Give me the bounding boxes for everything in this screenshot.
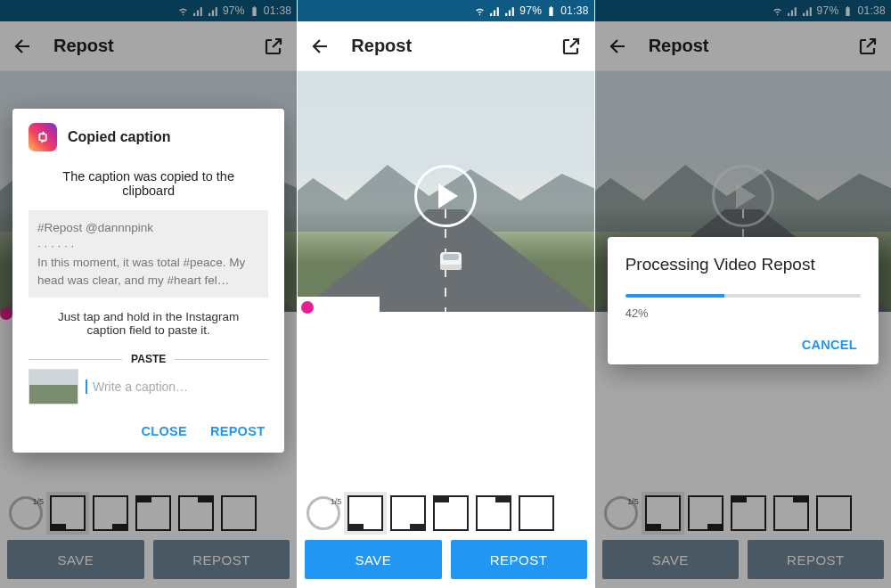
dialog-repost-button[interactable]: REPOST bbox=[210, 424, 265, 438]
watermark-opt-none[interactable] bbox=[519, 495, 554, 531]
dialog-message: The caption was copied to the clipboard bbox=[41, 169, 256, 198]
progress-percent: 42% bbox=[625, 306, 861, 320]
save-button[interactable]: SAVE bbox=[305, 540, 441, 579]
copied-caption-preview: #Repost @dannnpink · · · · · · In this m… bbox=[29, 210, 268, 298]
dialog-title: Processing Video Repost bbox=[625, 255, 861, 274]
cancel-button[interactable]: CANCEL bbox=[802, 338, 857, 352]
battery-percent: 97% bbox=[817, 4, 839, 17]
app-bar: Repost bbox=[298, 21, 593, 71]
page-title: Repost bbox=[53, 36, 243, 56]
close-button[interactable]: CLOSE bbox=[141, 424, 186, 438]
repost-button[interactable]: REPOST bbox=[153, 540, 290, 579]
back-icon[interactable] bbox=[12, 36, 34, 57]
signal-icon bbox=[208, 5, 219, 17]
status-bar: 97% 01:38 bbox=[595, 0, 891, 21]
repost-button[interactable]: REPOST bbox=[451, 540, 587, 579]
watermark-opt-br[interactable] bbox=[390, 495, 426, 531]
clock: 01:38 bbox=[264, 4, 292, 17]
signal-icon bbox=[489, 5, 501, 17]
app-bar: Repost bbox=[595, 21, 891, 71]
caption-thumb bbox=[29, 369, 78, 404]
paste-divider: PASTE bbox=[29, 353, 268, 365]
caption-input[interactable]: Write a caption… bbox=[86, 380, 188, 394]
bottom-toolbar: 1/5 SAVE REPOST bbox=[298, 485, 593, 588]
page-title: Repost bbox=[351, 36, 540, 56]
battery-icon bbox=[545, 5, 557, 17]
watermark-opt-br[interactable] bbox=[688, 495, 723, 531]
paste-hint: Just tap and hold in the Instagram capti… bbox=[45, 310, 252, 337]
watermark-badge bbox=[298, 297, 380, 318]
play-icon bbox=[712, 165, 774, 227]
status-bar: 97% 01:38 bbox=[298, 0, 593, 21]
copied-caption-dialog: Copied caption The caption was copied to… bbox=[12, 109, 284, 453]
processing-dialog: Processing Video Repost 42% CANCEL bbox=[608, 237, 879, 364]
back-icon[interactable] bbox=[310, 36, 331, 57]
open-external-icon[interactable] bbox=[560, 36, 582, 57]
battery-icon bbox=[249, 5, 260, 17]
watermark-opt-bl[interactable] bbox=[645, 495, 681, 531]
signal-icon bbox=[787, 5, 798, 17]
watermark-opt-bl[interactable] bbox=[50, 495, 86, 531]
wifi-icon bbox=[177, 5, 189, 17]
watermark-opt-tl[interactable] bbox=[135, 495, 171, 531]
pager-circle[interactable]: 1/5 bbox=[604, 496, 638, 530]
page-title: Repost bbox=[649, 36, 838, 56]
car bbox=[440, 252, 462, 270]
progress-bar bbox=[625, 294, 861, 298]
screen-processing: 97% 01:38 Repost 1/5 SAVE REPOST Process… bbox=[594, 0, 891, 588]
watermark-opt-tr[interactable] bbox=[773, 495, 809, 531]
repost-button[interactable]: REPOST bbox=[748, 540, 884, 579]
watermark-dot bbox=[0, 307, 12, 320]
app-bar: Repost bbox=[0, 21, 297, 71]
screen-repost-editor: 97% 01:38 Repost 1/5 SAVE REPOST bbox=[297, 0, 593, 588]
watermark-opt-none[interactable] bbox=[816, 495, 852, 531]
play-icon[interactable] bbox=[414, 165, 477, 227]
clock: 01:38 bbox=[560, 4, 589, 17]
progress-fill bbox=[625, 294, 724, 298]
watermark-opt-tl[interactable] bbox=[731, 495, 766, 531]
bottom-toolbar: 1/5 SAVE REPOST bbox=[0, 485, 297, 588]
clock: 01:38 bbox=[857, 4, 886, 17]
watermark-opt-none[interactable] bbox=[221, 495, 257, 531]
open-external-icon[interactable] bbox=[263, 36, 284, 57]
dialog-title: Copied caption bbox=[68, 129, 171, 145]
watermark-opt-tr[interactable] bbox=[476, 495, 511, 531]
status-bar: 97% 01:38 bbox=[0, 0, 297, 21]
app-logo-icon bbox=[29, 123, 57, 151]
watermark-opt-tr[interactable] bbox=[178, 495, 214, 531]
signal-icon bbox=[504, 5, 516, 17]
back-icon[interactable] bbox=[608, 36, 629, 57]
battery-icon bbox=[842, 5, 854, 17]
battery-percent: 97% bbox=[519, 4, 542, 17]
watermark-opt-tl[interactable] bbox=[433, 495, 469, 531]
watermark-opt-br[interactable] bbox=[93, 495, 128, 531]
screen-copied-caption: 97% 01:38 Repost 1/5 SAVE REPOST bbox=[0, 0, 297, 588]
save-button[interactable]: SAVE bbox=[602, 540, 739, 579]
pager-circle[interactable]: 1/5 bbox=[307, 496, 340, 530]
pager-circle[interactable]: 1/5 bbox=[9, 496, 43, 530]
signal-icon bbox=[802, 5, 813, 17]
signal-icon bbox=[192, 5, 204, 17]
watermark-opt-bl[interactable] bbox=[347, 495, 383, 531]
save-button[interactable]: SAVE bbox=[7, 540, 144, 579]
wifi-icon bbox=[772, 5, 783, 17]
battery-percent: 97% bbox=[223, 4, 245, 17]
open-external-icon[interactable] bbox=[857, 36, 879, 57]
wifi-icon bbox=[474, 5, 486, 17]
bottom-toolbar: 1/5 SAVE REPOST bbox=[595, 485, 891, 588]
